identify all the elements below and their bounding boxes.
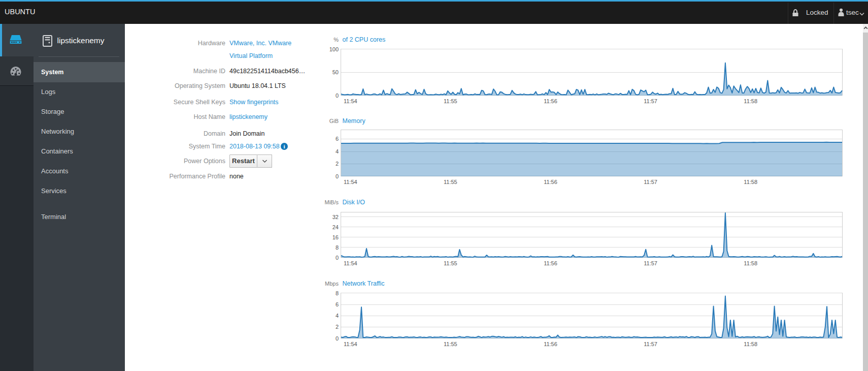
svg-text:i: i: [283, 143, 285, 149]
